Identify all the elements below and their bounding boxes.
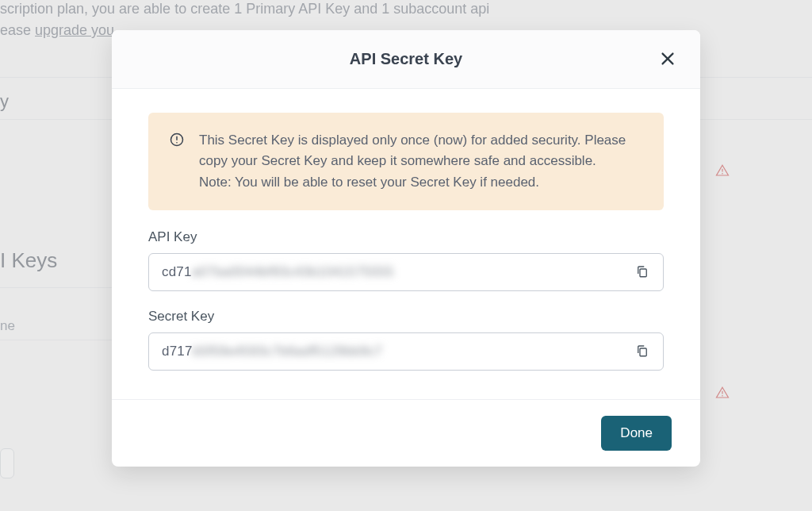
copy-secret-key-button[interactable] — [631, 340, 653, 363]
modal-header: API Secret Key — [112, 30, 700, 89]
close-button[interactable] — [657, 49, 678, 70]
alert-icon — [169, 132, 185, 148]
secret-key-value: d717b5f59e4593c7b6adf5129bb9c7 — [162, 344, 382, 359]
security-notice: This Secret Key is displayed only once (… — [148, 113, 664, 210]
secret-key-box[interactable]: d717b5f59e4593c7b6adf5129bb9c7 — [148, 332, 664, 371]
close-icon — [659, 50, 676, 70]
svg-rect-9 — [640, 269, 646, 277]
copy-icon — [635, 263, 649, 282]
copy-api-key-button[interactable] — [631, 261, 653, 283]
svg-point-8 — [176, 142, 178, 144]
api-key-box[interactable]: cd71a07ba0044bf93c43b1041575555 — [148, 253, 664, 291]
api-key-label: API Key — [148, 229, 664, 245]
api-key-field-group: API Key cd71a07ba0044bf93c43b1041575555 — [148, 229, 664, 291]
modal-footer: Done — [112, 399, 700, 467]
modal-title: API Secret Key — [350, 50, 462, 68]
secret-key-field-group: Secret Key d717b5f59e4593c7b6adf5129bb9c… — [148, 309, 664, 371]
api-secret-key-modal: API Secret Key This Secret Key is displa… — [112, 30, 700, 467]
notice-text: This Secret Key is displayed only once (… — [199, 130, 643, 193]
copy-icon — [635, 343, 649, 361]
secret-key-label: Secret Key — [148, 309, 664, 325]
api-key-value: cd71a07ba0044bf93c43b1041575555 — [162, 264, 394, 280]
done-button[interactable]: Done — [601, 416, 672, 451]
svg-rect-10 — [640, 348, 646, 356]
modal-body: This Secret Key is displayed only once (… — [112, 89, 700, 399]
